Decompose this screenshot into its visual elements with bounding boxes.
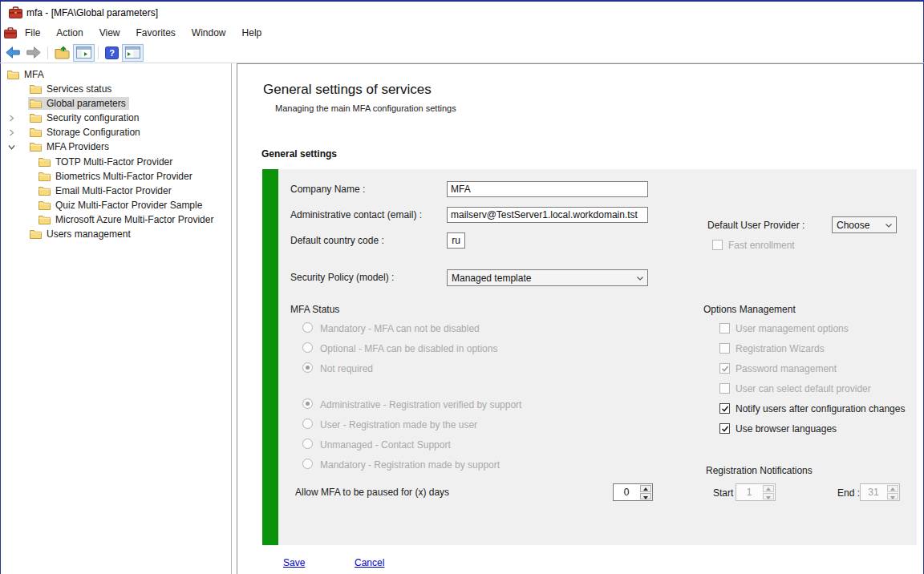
spin-down-button[interactable] bbox=[640, 493, 651, 500]
tree-item-storage-configuration[interactable]: Storage Configuration bbox=[1, 125, 231, 139]
tree-item-quiz-provider[interactable]: Quiz Multi-Factor Provider Sample bbox=[1, 198, 231, 212]
console-tree-pane: MFA Services status Global parameters Se… bbox=[1, 63, 231, 573]
radio-mandatory[interactable] bbox=[302, 322, 313, 333]
company-name-input[interactable]: MFA bbox=[447, 181, 648, 197]
tree-item-azure-provider[interactable]: Microsoft Azure Multi-Factor Provider bbox=[1, 212, 231, 227]
radio-optional-label: Optional - MFA can be disabled in option… bbox=[320, 343, 497, 354]
tree-item-email-provider[interactable]: Email Multi-Factor Provider bbox=[1, 184, 231, 198]
end-spinner[interactable]: 31 bbox=[860, 483, 900, 501]
radio-unmanaged-registration-label: Unmanaged - Contact Support bbox=[320, 439, 451, 451]
folder-icon bbox=[38, 215, 51, 224]
menu-view[interactable]: View bbox=[91, 24, 128, 42]
tree-item-users-management[interactable]: Users management bbox=[1, 227, 231, 241]
registration-wizards-label: Registration Wizards bbox=[736, 343, 825, 354]
radio-optional[interactable] bbox=[302, 342, 313, 353]
tree-item-services-status[interactable]: Services status bbox=[1, 82, 231, 96]
tree-item-global-parameters[interactable]: Global parameters bbox=[1, 96, 231, 111]
tree-item-label: MFA Providers bbox=[47, 141, 109, 152]
security-policy-value: Managed template bbox=[452, 273, 531, 284]
forward-arrow-icon bbox=[26, 46, 41, 59]
tree-item-totp-provider[interactable]: TOTP Multi-Factor Provider bbox=[1, 155, 231, 169]
tree-item-mfa[interactable]: MFA bbox=[1, 67, 231, 82]
spin-up-button[interactable] bbox=[640, 485, 651, 492]
country-code-input[interactable]: ru bbox=[447, 232, 465, 249]
folder-icon bbox=[30, 142, 42, 152]
spin-down-button[interactable] bbox=[887, 493, 898, 500]
spin-up-button[interactable] bbox=[887, 485, 898, 492]
user-management-options-checkbox[interactable] bbox=[719, 323, 730, 333]
default-user-provider-select[interactable]: Choose bbox=[832, 216, 897, 233]
help-button[interactable]: ? bbox=[102, 44, 122, 62]
security-policy-select[interactable]: Managed template bbox=[447, 269, 648, 286]
menu-favorites[interactable]: Favorites bbox=[128, 24, 184, 42]
cancel-button[interactable]: Cancel bbox=[355, 557, 384, 568]
start-value: 1 bbox=[736, 484, 762, 500]
tree-item-label: Services status bbox=[47, 83, 111, 95]
folder-icon bbox=[38, 172, 51, 181]
check-icon bbox=[721, 365, 729, 373]
console-tree-window-icon bbox=[76, 46, 91, 59]
title-bar: mfa - [MFA\Global parameters] bbox=[1, 2, 923, 22]
tree-item-label: Biometrics Multi-Factor Provider bbox=[55, 171, 192, 182]
folder-icon bbox=[38, 186, 51, 196]
tree-item-mfa-providers[interactable]: MFA Providers bbox=[1, 139, 231, 154]
radio-mandatory-registration[interactable] bbox=[302, 459, 313, 469]
radio-user-registration-label: User - Registration made by the user bbox=[320, 419, 477, 430]
folder-icon bbox=[30, 84, 42, 94]
toolbar: ? bbox=[1, 42, 923, 63]
pause-days-spinner[interactable]: 0 bbox=[613, 483, 653, 501]
folder-icon bbox=[30, 99, 42, 108]
page-title: General settings of services bbox=[263, 82, 432, 98]
chevron-down-icon[interactable] bbox=[8, 144, 15, 151]
radio-not-required[interactable] bbox=[302, 362, 313, 373]
forward-button[interactable] bbox=[23, 44, 44, 62]
radio-administrative-registration[interactable] bbox=[302, 398, 313, 409]
notify-users-label: Notify users after configuration changes bbox=[736, 403, 905, 414]
spin-up-button[interactable] bbox=[763, 485, 774, 492]
notify-users-checkbox[interactable] bbox=[719, 403, 730, 414]
export-list-button[interactable] bbox=[51, 44, 73, 62]
options-management-label: Options Management bbox=[703, 304, 796, 315]
tree-item-security-configuration[interactable]: Security configuration bbox=[1, 111, 231, 125]
folder-icon bbox=[30, 127, 42, 137]
show-action-pane-button[interactable] bbox=[122, 44, 144, 62]
back-button[interactable] bbox=[2, 44, 23, 62]
radio-unmanaged-registration[interactable] bbox=[302, 439, 313, 449]
radio-mandatory-label: Mandatory - MFA can not be disabled bbox=[320, 323, 480, 334]
tree-item-label: Global parameters bbox=[47, 98, 126, 109]
tree-item-label: Security configuration bbox=[47, 112, 139, 123]
user-select-default-provider-checkbox[interactable] bbox=[719, 383, 730, 394]
radio-not-required-label: Not required bbox=[320, 363, 373, 374]
menu-action[interactable]: Action bbox=[48, 24, 91, 42]
password-management-checkbox[interactable] bbox=[719, 363, 730, 374]
chevron-right-icon[interactable] bbox=[8, 115, 15, 122]
user-select-default-provider-label: User can select default provider bbox=[736, 383, 871, 394]
folder-icon bbox=[7, 70, 19, 79]
tree-item-label: TOTP Multi-Factor Provider bbox=[55, 156, 172, 168]
help-icon: ? bbox=[105, 46, 119, 59]
tree-item-label: Email Multi-Factor Provider bbox=[55, 185, 172, 196]
mmc-document-icon bbox=[4, 27, 17, 38]
menu-help[interactable]: Help bbox=[234, 24, 270, 42]
spinner-buttons bbox=[762, 484, 775, 500]
radio-administrative-registration-label: Administrative - Registration verified b… bbox=[320, 399, 521, 410]
company-name-label: Company Name : bbox=[290, 184, 365, 195]
start-spinner[interactable]: 1 bbox=[736, 483, 776, 501]
menu-window[interactable]: Window bbox=[184, 24, 234, 42]
use-browser-languages-label: Use browser languages bbox=[736, 423, 837, 435]
radio-user-registration[interactable] bbox=[302, 418, 313, 429]
save-button[interactable]: Save bbox=[283, 557, 305, 568]
spinner-buttons bbox=[639, 484, 652, 500]
registration-wizards-checkbox[interactable] bbox=[719, 343, 730, 354]
show-console-tree-button[interactable] bbox=[73, 44, 95, 62]
spin-down-button[interactable] bbox=[763, 493, 774, 500]
mmc-toolbox-icon bbox=[9, 6, 22, 18]
fast-enrollment-checkbox[interactable] bbox=[712, 240, 723, 250]
pause-days-value: 0 bbox=[614, 484, 639, 500]
pane-splitter[interactable] bbox=[231, 63, 232, 574]
tree-item-biometrics-provider[interactable]: Biometrics Multi-Factor Provider bbox=[1, 169, 231, 184]
admin-contact-input[interactable]: mailserv@TestServer1.local.workdomain.ts… bbox=[447, 207, 648, 223]
menu-file[interactable]: File bbox=[17, 24, 48, 42]
use-browser-languages-checkbox[interactable] bbox=[719, 423, 730, 434]
chevron-right-icon[interactable] bbox=[8, 129, 15, 136]
